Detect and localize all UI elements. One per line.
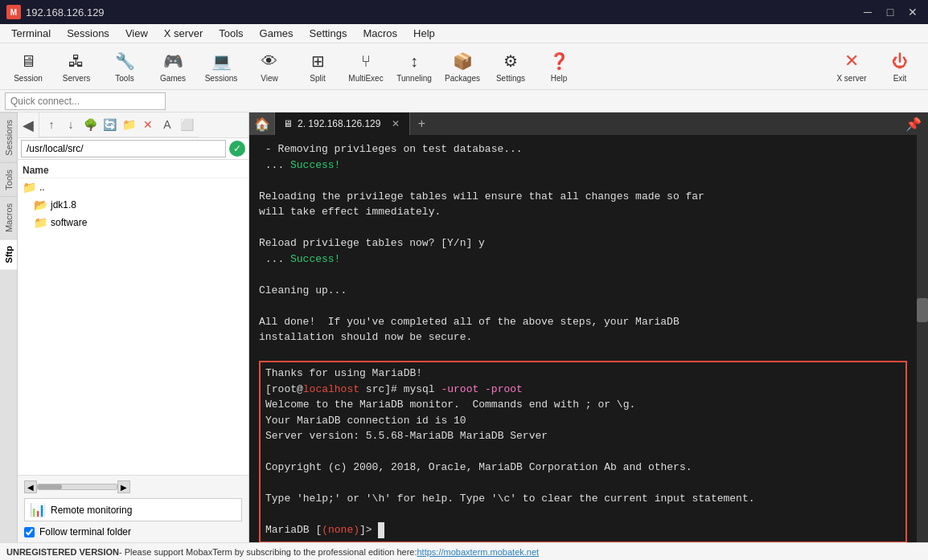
toolbar-packages[interactable]: 📦 Packages [439, 47, 486, 87]
monitor-icon: 📊 [30, 502, 46, 517]
tree-column-header: Name [18, 163, 248, 178]
sidebar-tab-sftp[interactable]: Sftp [0, 239, 17, 269]
tab-icon: 🖥 [283, 118, 293, 129]
toolbar-view[interactable]: 👁 View [246, 47, 293, 87]
terminal-line: ... Success! [259, 157, 907, 174]
path-bar: ✓ [18, 138, 248, 160]
home-tab[interactable]: 🏠 [249, 112, 275, 135]
follow-terminal-label: Follow terminal folder [39, 526, 131, 538]
quickconnect-input[interactable] [5, 92, 166, 110]
sidebar-tab-macros[interactable]: Macros [0, 196, 17, 239]
terminal-output[interactable]: - Removing privileges on test database..… [249, 135, 917, 542]
terminal-line [259, 220, 907, 236]
menu-xserver[interactable]: X server [156, 26, 211, 41]
terminal-line [259, 345, 907, 362]
name-column-header: Name [23, 165, 49, 176]
list-item[interactable]: 📂 jdk1.8 [18, 196, 248, 214]
menu-settings[interactable]: Settings [302, 26, 355, 41]
tools-label: Tools [115, 74, 133, 83]
terminal-line: Welcome to the MariaDB monitor. Commands… [265, 397, 901, 413]
sftp-folder-btn[interactable]: 📁 [120, 116, 138, 133]
toolbar-sessions[interactable]: 💻 Sessions [198, 47, 244, 87]
collapse-sidebar-button[interactable]: ◀ [18, 112, 39, 137]
toolbar-settings[interactable]: ⚙ Settings [487, 47, 534, 87]
add-tab-button[interactable]: + [410, 112, 433, 135]
xserver-icon: ✕ [840, 50, 863, 72]
menu-sessions[interactable]: Sessions [59, 26, 117, 41]
view-icon: 👁 [258, 50, 281, 72]
path-input[interactable] [21, 140, 226, 157]
tab-close-button[interactable]: ✕ [390, 118, 401, 129]
sidebar-tab-tools[interactable]: Tools [0, 162, 17, 197]
folder-icon: 📁 [23, 181, 36, 194]
sftp-tree-btn[interactable]: 🌳 [81, 116, 99, 133]
sidebar-toolbar: ↑ ↓ 🌳 🔄 📁 ✕ A ⬜ [39, 112, 199, 137]
toolbar-games[interactable]: 🎮 Games [150, 47, 196, 87]
file-name: .. [39, 182, 45, 193]
toolbar-session[interactable]: 🖥 Session [5, 47, 51, 87]
help-label: Help [551, 74, 568, 83]
list-item[interactable]: 📁 .. [18, 178, 248, 196]
session-label: Session [14, 74, 43, 83]
terminal-line: Reload privilege tables now? [Y/n] y [259, 235, 907, 251]
scroll-right-btn[interactable]: ▶ [117, 480, 130, 493]
titlebar-left: M 192.168.126.129 [6, 5, 105, 19]
terminal-line: installation should now be secure. [259, 329, 907, 345]
terminal-scrollbar[interactable] [917, 135, 928, 542]
sftp-download-btn[interactable]: ↓ [62, 116, 80, 133]
menu-terminal[interactable]: Terminal [3, 26, 59, 41]
menu-games[interactable]: Games [252, 26, 302, 41]
sftp-upload-btn[interactable]: ↑ [43, 116, 60, 133]
list-item[interactable]: 📁 software [18, 214, 248, 231]
terminal-line: Cleaning up... [259, 283, 907, 299]
terminal-line: Server version: 5.5.68-MariaDB MariaDB S… [265, 428, 901, 444]
toolbar-servers[interactable]: 🖧 Servers [53, 47, 100, 87]
pin-area: 📌 [899, 112, 928, 135]
folder-icon: 📂 [34, 198, 47, 211]
scrollbar-thumb [917, 298, 928, 322]
terminal-tab[interactable]: 🖥 2. 192.168.126.129 ✕ [275, 112, 410, 135]
toolbar-xserver[interactable]: ✕ X server [828, 47, 875, 87]
games-label: Games [160, 74, 186, 83]
statusbar: UNREGISTERED VERSION - Please support Mo… [0, 542, 928, 560]
minimize-button[interactable]: ─ [859, 3, 877, 21]
remote-monitoring-button[interactable]: 📊 Remote monitoring [24, 498, 242, 521]
packages-icon: 📦 [451, 50, 474, 72]
horizontal-scrollbar[interactable] [37, 484, 117, 490]
path-confirm-button[interactable]: ✓ [229, 141, 245, 157]
menu-help[interactable]: Help [405, 26, 443, 41]
maximize-button[interactable]: □ [881, 3, 899, 21]
terminal-line: - Removing privileges on test database..… [259, 141, 907, 157]
tab-bar: 🏠 🖥 2. 192.168.126.129 ✕ + 📌 [249, 112, 928, 135]
games-icon: 🎮 [162, 50, 184, 72]
terminal-line: All done! If you've completed all of the… [259, 314, 907, 330]
scroll-left-btn[interactable]: ◀ [24, 480, 37, 493]
menu-tools[interactable]: Tools [211, 26, 251, 41]
terminal-line: MariaDB [(none)]> [265, 522, 901, 538]
menu-view[interactable]: View [117, 26, 156, 41]
toolbar-split[interactable]: ⊞ Split [294, 47, 341, 87]
terminal-line: Copyright (c) 2000, 2018, Oracle, MariaD… [265, 460, 901, 476]
sftp-delete-btn[interactable]: ✕ [139, 116, 157, 133]
packages-label: Packages [445, 74, 480, 83]
terminal-line: will take effect immediately. [259, 204, 907, 220]
close-button[interactable]: ✕ [904, 3, 922, 21]
terminal-line [265, 507, 901, 523]
toolbar-help[interactable]: ❓ Help [536, 47, 582, 87]
sftp-perm-btn[interactable]: ⬜ [178, 116, 195, 133]
exit-label: Exit [893, 74, 907, 83]
sessions-label: Sessions [205, 74, 238, 83]
toolbar-tunneling[interactable]: ↕ Tunneling [391, 47, 437, 87]
toolbar-tools[interactable]: 🔧 Tools [101, 47, 148, 87]
menu-macros[interactable]: Macros [355, 26, 405, 41]
toolbar-multiexec[interactable]: ⑂ MultiExec [343, 47, 389, 87]
sidebar-tab-sessions[interactable]: Sessions [0, 112, 17, 162]
terminal-line: ... Success! [259, 251, 907, 268]
sftp-refresh-btn[interactable]: 🔄 [101, 116, 118, 133]
follow-terminal-checkbox[interactable] [24, 527, 35, 538]
sidebar: Sessions Tools Macros Sftp ◀ ↑ ↓ 🌳 🔄 📁 ✕… [0, 112, 249, 542]
toolbar-exit[interactable]: ⏻ Exit [877, 47, 923, 87]
status-link[interactable]: https://mobaxterm.mobatek.net [417, 547, 540, 557]
sftp-rename-btn[interactable]: A [158, 116, 176, 133]
sidebar-content: ◀ ↑ ↓ 🌳 🔄 📁 ✕ A ⬜ ✓ [18, 112, 248, 542]
